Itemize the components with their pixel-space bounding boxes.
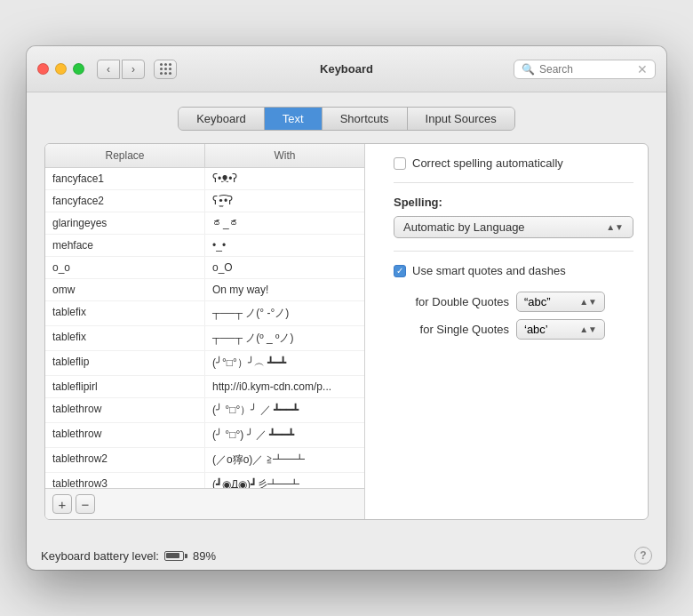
double-quotes-dropdown[interactable]: “abc” ▲▼	[516, 292, 605, 312]
tab-group: Keyboard Text Shortcuts Input Sources	[178, 107, 515, 131]
with-cell: o_O	[205, 257, 364, 278]
double-quotes-chevron-icon: ▲▼	[579, 297, 597, 307]
replace-cell: tablethrow2	[45, 448, 205, 472]
with-cell: •_•	[205, 235, 364, 256]
with-cell: ಠ_ಠ	[205, 212, 364, 234]
replace-cell: tablethrow	[45, 398, 205, 422]
correct-spelling-row: Correct spelling automatically	[394, 156, 633, 170]
table-row[interactable]: tablethrow3(┛◉Д◉)┛彡┻━┻	[45, 473, 364, 488]
clear-search-button[interactable]: ✕	[637, 63, 648, 76]
smart-quotes-row: Use smart quotes and dashes	[394, 264, 633, 277]
help-button[interactable]: ?	[634, 547, 652, 564]
table-body[interactable]: fancyface1ʕ•ᴥ•ʔfancyface2ʕ•̫͡•ʔglaringey…	[45, 168, 364, 488]
correct-spelling-label: Correct spelling automatically	[412, 156, 563, 170]
battery-fill	[166, 553, 179, 558]
replace-cell: o_o	[45, 257, 205, 278]
table-row[interactable]: tablethrow(╯ °□°）╯ ／ ┻━━┻	[45, 398, 364, 423]
titlebar: ‹ › Keyboard 🔍 ✕	[27, 46, 666, 92]
table-row[interactable]: fancyface2ʕ•̫͡•ʔ	[45, 190, 364, 212]
with-cell: http://i0.kym-cdn.com/p...	[205, 376, 364, 397]
table-row[interactable]: omwOn my way!	[45, 279, 364, 301]
text-substitutions-table: Replace With fancyface1ʕ•ᴥ•ʔfancyface2ʕ•…	[45, 144, 365, 519]
correct-spelling-checkbox[interactable]	[394, 157, 406, 170]
divider-2	[394, 251, 633, 252]
battery-body	[164, 551, 184, 561]
table-header: Replace With	[45, 144, 364, 168]
with-cell: ┬──┬ ノ(º _ ºノ)	[205, 326, 364, 350]
double-quotes-row: for Double Quotes “abc” ▲▼	[394, 292, 633, 312]
smart-quotes-checkbox[interactable]	[394, 265, 406, 277]
battery-percent: 89%	[193, 549, 216, 563]
forward-button[interactable]: ›	[122, 60, 145, 79]
replace-cell: tablethrow	[45, 423, 205, 447]
table-row[interactable]: tableflip(╯°□°）╯︵ ┻━┻	[45, 351, 364, 376]
single-quotes-dropdown[interactable]: ‘abc’ ▲▼	[516, 319, 605, 340]
replace-cell: fancyface1	[45, 168, 205, 189]
status-bar: Keyboard battery level: 89% ?	[27, 538, 666, 570]
spelling-label: Spelling:	[394, 196, 633, 209]
with-cell: (／o獰o)／ ≧┻━┻	[205, 448, 364, 472]
spelling-dropdown[interactable]: Automatic by Language ▲▼	[394, 216, 633, 238]
with-cell: ┬──┬ ノ(° -°ノ)	[205, 301, 364, 325]
with-column-header: With	[205, 144, 364, 167]
remove-row-button[interactable]: −	[76, 494, 95, 514]
replace-cell: fancyface2	[45, 190, 205, 212]
replace-column-header: Replace	[45, 144, 205, 167]
maximize-button[interactable]	[73, 63, 84, 75]
chevron-down-icon: ▲▼	[606, 222, 624, 232]
nav-buttons: ‹ ›	[97, 60, 145, 79]
table-row[interactable]: tablefix┬──┬ ノ(º _ ºノ)	[45, 326, 364, 351]
replace-cell: tablethrow3	[45, 473, 205, 488]
spelling-dropdown-text: Automatic by Language	[403, 220, 525, 234]
content-area: Keyboard Text Shortcuts Input Sources Re…	[27, 92, 666, 538]
table-row[interactable]: fancyface1ʕ•ᴥ•ʔ	[45, 168, 364, 190]
single-quotes-chevron-icon: ▲▼	[579, 324, 597, 334]
replace-cell: omw	[45, 279, 205, 300]
traffic-lights	[37, 63, 84, 75]
table-row[interactable]: tablefix┬──┬ ノ(° -°ノ)	[45, 301, 364, 326]
tab-bar: Keyboard Text Shortcuts Input Sources	[44, 107, 649, 131]
replace-cell: mehface	[45, 235, 205, 256]
table-row[interactable]: glaringeyesಠ_ಠ	[45, 212, 364, 235]
battery-label: Keyboard battery level:	[41, 549, 159, 563]
battery-info: Keyboard battery level: 89%	[41, 549, 216, 563]
double-quotes-value: “abc”	[524, 295, 551, 308]
tab-keyboard[interactable]: Keyboard	[179, 108, 265, 130]
search-box[interactable]: 🔍 ✕	[514, 60, 656, 79]
with-cell: On my way!	[205, 279, 364, 300]
quotes-options: for Double Quotes “abc” ▲▼ for Single Qu…	[394, 292, 633, 340]
replace-cell: tablefix	[45, 301, 205, 325]
search-input[interactable]	[539, 63, 633, 76]
spelling-section: Spelling: Automatic by Language ▲▼	[394, 196, 633, 238]
replace-cell: tableflip	[45, 351, 205, 375]
table-row[interactable]: tablethrow(╯ °□°) ╯ ／ ┻━━┻	[45, 423, 364, 448]
table-row[interactable]: tableflipirlhttp://i0.kym-cdn.com/p...	[45, 376, 364, 398]
tab-input-sources[interactable]: Input Sources	[408, 108, 514, 130]
battery-tip	[185, 554, 187, 558]
single-quotes-value: ‘abc’	[524, 323, 548, 336]
back-button[interactable]: ‹	[97, 60, 120, 79]
add-row-button[interactable]: +	[52, 494, 72, 514]
table-row[interactable]: mehface•_•	[45, 235, 364, 257]
tab-shortcuts[interactable]: Shortcuts	[323, 108, 408, 130]
tab-text[interactable]: Text	[265, 108, 323, 130]
table-row[interactable]: tablethrow2(／o獰o)／ ≧┻━┻	[45, 448, 364, 473]
close-button[interactable]	[37, 63, 49, 75]
minimize-button[interactable]	[55, 63, 67, 75]
replace-cell: glaringeyes	[45, 212, 205, 234]
single-quotes-label: for Single Quotes	[394, 323, 509, 336]
main-panel: Replace With fancyface1ʕ•ᴥ•ʔfancyface2ʕ•…	[44, 143, 649, 520]
battery-icon	[164, 551, 187, 561]
smart-quotes-label: Use smart quotes and dashes	[412, 264, 566, 277]
table-row[interactable]: o_oo_O	[45, 257, 364, 279]
grid-button[interactable]	[154, 60, 177, 79]
grid-dots-icon	[160, 63, 171, 75]
keyboard-preferences-window: ‹ › Keyboard 🔍 ✕ Keyboard Text Shortcuts…	[27, 46, 666, 570]
with-cell: (╯°□°）╯︵ ┻━┻	[205, 351, 364, 375]
with-cell: ʕ•̫͡•ʔ	[205, 190, 364, 212]
right-panel: Correct spelling automatically Spelling:…	[379, 144, 648, 519]
single-quotes-row: for Single Quotes ‘abc’ ▲▼	[394, 319, 633, 340]
with-cell: (╯ °□°) ╯ ／ ┻━━┻	[205, 423, 364, 447]
search-icon: 🔍	[522, 63, 535, 76]
window-title: Keyboard	[320, 62, 373, 76]
